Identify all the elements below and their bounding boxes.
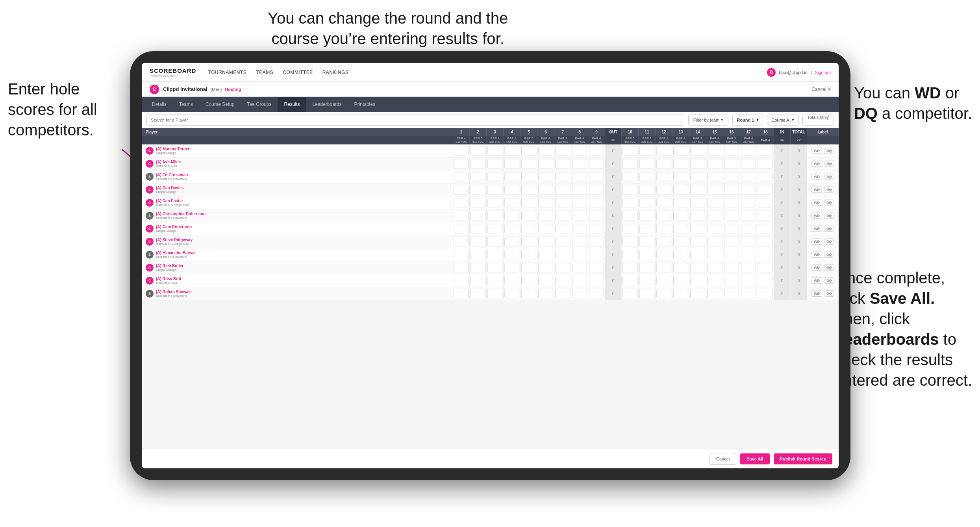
- hole-17-cell[interactable]: [740, 170, 757, 183]
- hole-5-input[interactable]: [521, 289, 536, 298]
- hole-8-input[interactable]: [572, 211, 587, 220]
- hole-10-input[interactable]: [622, 224, 637, 233]
- hole-6-cell[interactable]: [537, 144, 554, 157]
- hole-18-input[interactable]: [758, 185, 773, 194]
- hole-14-cell[interactable]: [689, 157, 706, 170]
- hole-18-cell[interactable]: [757, 274, 774, 287]
- hole-18-cell[interactable]: [757, 183, 774, 196]
- hole-3-cell[interactable]: [487, 261, 504, 274]
- hole-7-cell[interactable]: [554, 248, 571, 261]
- hole-14-input[interactable]: [690, 276, 705, 285]
- hole-18-cell[interactable]: [757, 170, 774, 183]
- hole-10-input[interactable]: [622, 146, 637, 155]
- hole-11-input[interactable]: [639, 159, 654, 168]
- hole-5-cell[interactable]: [521, 222, 537, 235]
- hole-17-input[interactable]: [741, 263, 756, 272]
- hole-7-input[interactable]: [555, 159, 570, 168]
- hole-1-cell[interactable]: [453, 209, 470, 222]
- hole-2-cell[interactable]: [470, 209, 487, 222]
- wd-button[interactable]: WD: [811, 277, 822, 284]
- hole-7-input[interactable]: [555, 198, 570, 207]
- hole-10-input[interactable]: [622, 185, 637, 194]
- dq-button[interactable]: DQ: [824, 290, 834, 297]
- hole-3-cell[interactable]: [487, 222, 504, 235]
- wd-button[interactable]: WD: [811, 239, 822, 245]
- hole-13-input[interactable]: [673, 237, 688, 246]
- hole-14-cell[interactable]: [689, 287, 706, 300]
- hole-11-input[interactable]: [639, 211, 654, 220]
- hole-4-cell[interactable]: [504, 196, 521, 209]
- hole-17-cell[interactable]: [740, 209, 757, 222]
- hole-3-cell[interactable]: [487, 287, 504, 300]
- hole-9-cell[interactable]: [588, 144, 605, 157]
- hole-9-cell[interactable]: [588, 235, 605, 248]
- hole-6-input[interactable]: [538, 159, 553, 168]
- hole-2-input[interactable]: [471, 146, 485, 155]
- hole-14-cell[interactable]: [689, 235, 706, 248]
- hole-5-cell[interactable]: [521, 261, 537, 274]
- hole-18-cell[interactable]: [757, 144, 774, 157]
- hole-9-input[interactable]: [589, 289, 604, 298]
- hole-15-cell[interactable]: [706, 274, 723, 287]
- hole-2-input[interactable]: [471, 172, 485, 181]
- hole-1-input[interactable]: [454, 250, 469, 259]
- hole-9-input[interactable]: [589, 198, 604, 207]
- hole-9-cell[interactable]: [588, 157, 605, 170]
- hole-2-input[interactable]: [471, 198, 485, 207]
- hole-15-input[interactable]: [707, 172, 722, 181]
- hole-1-cell[interactable]: [453, 261, 470, 274]
- hole-8-input[interactable]: [572, 237, 587, 246]
- nav-tournaments[interactable]: TOURNAMENTS: [208, 70, 246, 75]
- hole-2-cell[interactable]: [470, 196, 487, 209]
- hole-13-cell[interactable]: [672, 157, 689, 170]
- hole-7-cell[interactable]: [554, 170, 571, 183]
- hole-17-input[interactable]: [741, 211, 756, 220]
- hole-17-input[interactable]: [741, 237, 756, 246]
- hole-2-input[interactable]: [471, 237, 485, 246]
- hole-3-input[interactable]: [487, 211, 502, 220]
- hole-18-input[interactable]: [758, 211, 773, 220]
- dq-button[interactable]: DQ: [824, 200, 834, 206]
- hole-7-input[interactable]: [555, 224, 570, 233]
- hole-2-cell[interactable]: [470, 261, 487, 274]
- hole-15-cell[interactable]: [706, 183, 723, 196]
- hole-6-input[interactable]: [538, 172, 553, 181]
- hole-16-cell[interactable]: [723, 222, 740, 235]
- hole-10-cell[interactable]: [622, 274, 639, 287]
- hole-15-input[interactable]: [707, 250, 722, 259]
- hole-6-input[interactable]: [538, 289, 553, 298]
- hole-11-cell[interactable]: [639, 144, 656, 157]
- hole-16-input[interactable]: [724, 224, 739, 233]
- hole-6-input[interactable]: [538, 185, 553, 194]
- hole-9-input[interactable]: [589, 211, 604, 220]
- hole-3-input[interactable]: [487, 289, 502, 298]
- hole-5-input[interactable]: [521, 237, 536, 246]
- hole-5-input[interactable]: [521, 263, 536, 272]
- hole-13-cell[interactable]: [672, 144, 689, 157]
- hole-14-cell[interactable]: [689, 248, 706, 261]
- hole-17-input[interactable]: [741, 289, 756, 298]
- hole-6-input[interactable]: [538, 211, 553, 220]
- search-input[interactable]: [146, 115, 684, 126]
- hole-11-input[interactable]: [639, 224, 654, 233]
- hole-5-input[interactable]: [521, 276, 536, 285]
- hole-8-input[interactable]: [572, 172, 587, 181]
- sub-header-cancel[interactable]: Cancel X: [811, 87, 831, 92]
- hole-8-cell[interactable]: [571, 196, 588, 209]
- sign-out-link[interactable]: Sign out: [815, 70, 831, 75]
- hole-7-cell[interactable]: [554, 261, 571, 274]
- hole-11-cell[interactable]: [639, 196, 656, 209]
- hole-11-input[interactable]: [639, 276, 654, 285]
- hole-4-input[interactable]: [504, 289, 519, 298]
- hole-2-cell[interactable]: [470, 183, 487, 196]
- hole-14-input[interactable]: [690, 211, 705, 220]
- hole-18-input[interactable]: [758, 263, 773, 272]
- hole-16-cell[interactable]: [723, 157, 740, 170]
- hole-15-input[interactable]: [707, 159, 722, 168]
- hole-11-cell[interactable]: [639, 209, 656, 222]
- hole-14-cell[interactable]: [689, 261, 706, 274]
- hole-7-input[interactable]: [555, 211, 570, 220]
- hole-15-input[interactable]: [707, 185, 722, 194]
- hole-16-cell[interactable]: [723, 274, 740, 287]
- hole-9-cell[interactable]: [588, 261, 605, 274]
